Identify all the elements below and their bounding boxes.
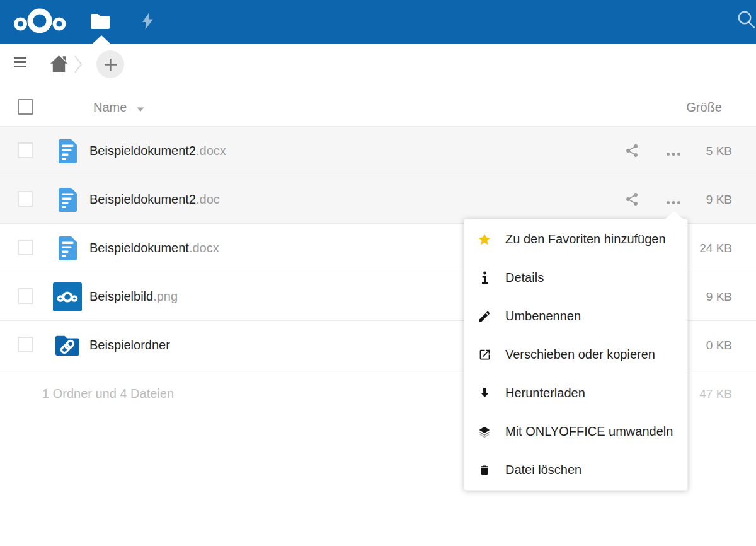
- download-icon: [478, 386, 491, 400]
- word-document-icon: [53, 185, 82, 214]
- home-icon[interactable]: [50, 55, 67, 72]
- file-row[interactable]: Beispieldokument2.docx 5 KB: [0, 127, 756, 175]
- hamburger-icon[interactable]: [14, 57, 26, 67]
- new-plus-button[interactable]: [96, 50, 124, 78]
- file-size: 9 KB: [706, 272, 732, 321]
- breadcrumb-bar: [0, 44, 756, 88]
- context-menu-item[interactable]: Mit ONLYOFFICE umwandeln: [464, 412, 687, 451]
- row-checkbox[interactable]: [18, 191, 33, 207]
- nextcloud-files-page: Name Größe Beispieldokument2.docx 5 KB B…: [0, 0, 756, 546]
- share-icon[interactable]: [624, 192, 639, 207]
- name-column-label: Name: [93, 100, 127, 114]
- context-menu-item[interactable]: Datei löschen: [464, 451, 687, 489]
- size-column-label: Größe: [686, 100, 722, 114]
- files-app-folder-icon[interactable]: [91, 14, 110, 29]
- plus-icon: [104, 58, 117, 71]
- summary-label: 1 Ordner und 4 Dateien: [42, 369, 174, 418]
- column-header-name[interactable]: Name: [93, 88, 145, 127]
- file-name[interactable]: Beispielbild.png: [89, 272, 178, 321]
- context-menu-item[interactable]: Zu den Favoriten hinzufügen: [464, 220, 687, 258]
- star-icon: [478, 233, 491, 247]
- search-icon[interactable]: [737, 9, 756, 28]
- file-size: 9 KB: [706, 175, 732, 224]
- info-icon: [478, 271, 491, 285]
- activity-app-lightning-icon[interactable]: [142, 13, 153, 30]
- active-app-pointer: [93, 35, 110, 44]
- file-name[interactable]: Beispieldokument2.docx: [89, 127, 226, 175]
- word-document-icon: [53, 137, 82, 166]
- more-dots-icon[interactable]: [666, 197, 681, 202]
- shared-folder-icon: [53, 331, 82, 360]
- file-name[interactable]: Beispielordner: [89, 321, 170, 369]
- context-menu-item[interactable]: Umbenennen: [464, 297, 687, 335]
- chevron-right-icon: [74, 55, 83, 74]
- summary-size: 47 KB: [699, 369, 732, 418]
- menu-pointer: [665, 211, 684, 219]
- word-document-icon: [53, 234, 82, 263]
- file-table-header: Name Größe: [0, 88, 756, 127]
- context-menu-item[interactable]: Details: [464, 258, 687, 297]
- file-name[interactable]: Beispieldokument2.doc: [89, 175, 220, 224]
- file-name[interactable]: Beispieldokument.docx: [89, 224, 219, 272]
- nextcloud-image-icon: [53, 282, 82, 311]
- row-checkbox[interactable]: [18, 142, 33, 158]
- row-checkbox[interactable]: [18, 337, 33, 352]
- file-size: 0 KB: [706, 321, 732, 369]
- top-bar: [0, 0, 756, 44]
- trash-icon: [478, 463, 491, 477]
- more-dots-icon[interactable]: [666, 148, 681, 154]
- row-checkbox[interactable]: [18, 240, 33, 255]
- column-header-size[interactable]: Größe: [686, 88, 722, 127]
- context-menu-item[interactable]: Herunterladen: [464, 374, 687, 412]
- select-all-checkbox[interactable]: [18, 99, 33, 115]
- row-checkbox[interactable]: [18, 288, 33, 304]
- sort-caret-down-icon: [136, 89, 145, 127]
- file-size: 24 KB: [699, 224, 732, 272]
- context-menu-item[interactable]: Verschieben oder kopieren: [464, 335, 687, 374]
- nextcloud-logo-icon[interactable]: [13, 7, 67, 35]
- file-row[interactable]: Beispieldokument2.doc 9 KB: [0, 175, 756, 224]
- share-icon[interactable]: [624, 143, 639, 158]
- pencil-icon: [478, 310, 491, 323]
- file-actions-context-menu: Zu den Favoriten hinzufügen Details Umbe…: [464, 219, 688, 491]
- file-size: 5 KB: [706, 127, 732, 175]
- layers-icon: [478, 425, 491, 439]
- move-icon: [478, 348, 491, 362]
